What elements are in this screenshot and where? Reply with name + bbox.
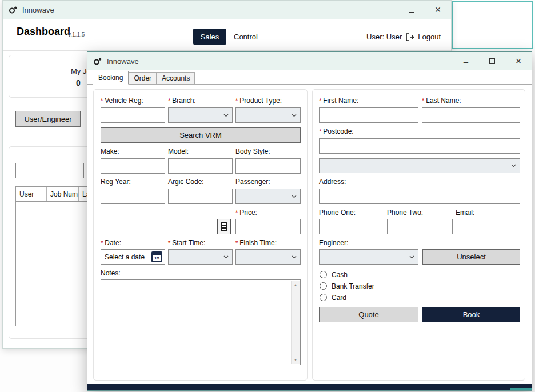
branch-label: *Branch: — [168, 97, 196, 105]
app-logo-icon — [93, 57, 102, 66]
start-time-label: *Start Time: — [168, 239, 205, 247]
tab-strip: Booking Order Accounts — [87, 70, 532, 85]
scroll-down-icon[interactable]: ▼ — [292, 358, 300, 362]
vehicle-reg-input[interactable] — [101, 107, 165, 123]
scroll-up-icon[interactable]: ▲ — [292, 283, 300, 287]
vehicle-form-card: *Vehicle Reg: *Branch: *Product Type: Se… — [93, 89, 308, 381]
tab-order[interactable]: Order — [129, 72, 157, 84]
email-label: Email: — [456, 209, 474, 217]
finish-time-select[interactable] — [235, 249, 301, 265]
control-nav-button[interactable]: Control — [234, 33, 258, 41]
date-placeholder: Select a date — [105, 253, 151, 261]
page-title: Dashboard — [17, 26, 70, 38]
product-type-select[interactable] — [235, 107, 301, 123]
required-marker: * — [235, 97, 238, 104]
make-input[interactable] — [101, 158, 165, 174]
chevron-down-icon — [292, 195, 297, 198]
engineer-select[interactable] — [319, 249, 418, 265]
minimize-button[interactable]: – — [453, 52, 479, 70]
user-engineer-button[interactable]: User/Engineer — [15, 111, 81, 127]
column-header-job-number[interactable]: Job Number — [47, 187, 79, 201]
phone-two-input[interactable] — [387, 219, 453, 234]
price-input[interactable] — [235, 219, 301, 234]
required-marker: * — [235, 239, 238, 246]
maximize-icon — [489, 58, 495, 64]
logout-icon — [405, 33, 414, 41]
required-marker: * — [101, 97, 103, 104]
price-label: *Price: — [235, 209, 257, 217]
email-input[interactable] — [456, 219, 520, 234]
payment-option-cash[interactable]: Cash — [320, 270, 348, 279]
tab-accounts[interactable]: Accounts — [157, 72, 195, 84]
required-marker: * — [319, 97, 321, 104]
last-name-input[interactable] — [422, 107, 520, 123]
chevron-down-icon — [292, 114, 297, 117]
calendar-day: 15 — [154, 255, 159, 261]
radio-label: Card — [332, 294, 346, 302]
maximize-icon — [409, 7, 414, 13]
unselect-button[interactable]: Unselect — [422, 249, 520, 265]
calculator-button[interactable] — [217, 219, 231, 234]
make-label: Make: — [101, 147, 119, 155]
address-input[interactable] — [319, 189, 520, 204]
first-name-label: *First Name: — [319, 97, 358, 105]
maximize-button[interactable] — [398, 1, 425, 19]
body-style-label: Body Style: — [235, 147, 270, 155]
calculator-icon — [220, 222, 228, 232]
branch-select[interactable] — [168, 107, 233, 123]
close-button[interactable]: × — [505, 52, 532, 70]
finish-time-label: *Finish Time: — [235, 239, 277, 247]
address-lookup-select[interactable] — [319, 158, 520, 173]
phone-one-input[interactable] — [319, 219, 384, 234]
search-vrm-button[interactable]: Search VRM — [101, 127, 301, 143]
payment-option-bank-transfer[interactable]: Bank Transfer — [320, 282, 374, 290]
product-type-label: *Product Type: — [235, 97, 282, 105]
date-picker[interactable]: Select a date 15 — [101, 249, 165, 265]
first-name-input[interactable] — [319, 107, 418, 123]
chevron-down-icon — [223, 255, 229, 259]
phone-two-label: Phone Two: — [387, 209, 423, 217]
calendar-icon[interactable]: 15 — [151, 251, 162, 262]
tab-booking[interactable]: Booking — [93, 71, 129, 85]
dashboard-header: Dashboard v.1.1.5 Sales Control User: Us… — [3, 19, 451, 51]
payment-option-card[interactable]: Card — [320, 293, 346, 302]
booking-titlebar: Innowave – × — [87, 52, 532, 70]
column-header-user[interactable]: User — [16, 187, 47, 201]
user-area: User: User Logout — [366, 33, 441, 41]
book-button[interactable]: Book — [422, 307, 520, 322]
model-input[interactable] — [168, 158, 233, 174]
phone-one-label: Phone One: — [319, 209, 356, 217]
chevron-down-icon — [511, 164, 516, 167]
radio-label: Cash — [332, 271, 348, 279]
screenshot-artifact-line — [510, 388, 532, 390]
maximize-button[interactable] — [479, 52, 505, 70]
chevron-down-icon — [409, 255, 414, 259]
logout-button[interactable]: Logout — [418, 33, 441, 41]
passenger-select[interactable] — [235, 189, 301, 204]
notes-scrollbar[interactable]: ▲ ▼ — [291, 281, 300, 364]
required-marker: * — [235, 209, 238, 216]
reg-year-input[interactable] — [101, 189, 165, 204]
calendar-icon-top — [153, 253, 161, 255]
chevron-down-icon — [223, 114, 229, 117]
window-title: Innowave — [107, 57, 139, 66]
passenger-label: Passenger: — [235, 178, 270, 186]
quote-button[interactable]: Quote — [319, 307, 418, 322]
radio-icon — [320, 282, 327, 290]
start-time-select[interactable] — [168, 249, 233, 265]
sales-nav-button[interactable]: Sales — [193, 29, 226, 45]
jobs-search-input[interactable] — [15, 163, 84, 178]
version-label: v.1.1.5 — [68, 31, 85, 38]
close-button[interactable]: × — [425, 1, 451, 19]
radio-icon — [320, 294, 327, 301]
minimize-button[interactable]: – — [372, 1, 398, 19]
postcode-input[interactable] — [319, 138, 520, 154]
required-marker: * — [422, 97, 424, 104]
user-label: User: User — [366, 33, 402, 41]
bottom-accent-bar — [87, 384, 532, 390]
date-label: *Date: — [101, 239, 121, 247]
body-style-input[interactable] — [235, 158, 301, 174]
notes-textarea[interactable]: ▲ ▼ — [101, 279, 301, 365]
argic-code-input[interactable] — [168, 189, 233, 204]
last-name-label: *Last Name: — [422, 97, 461, 105]
